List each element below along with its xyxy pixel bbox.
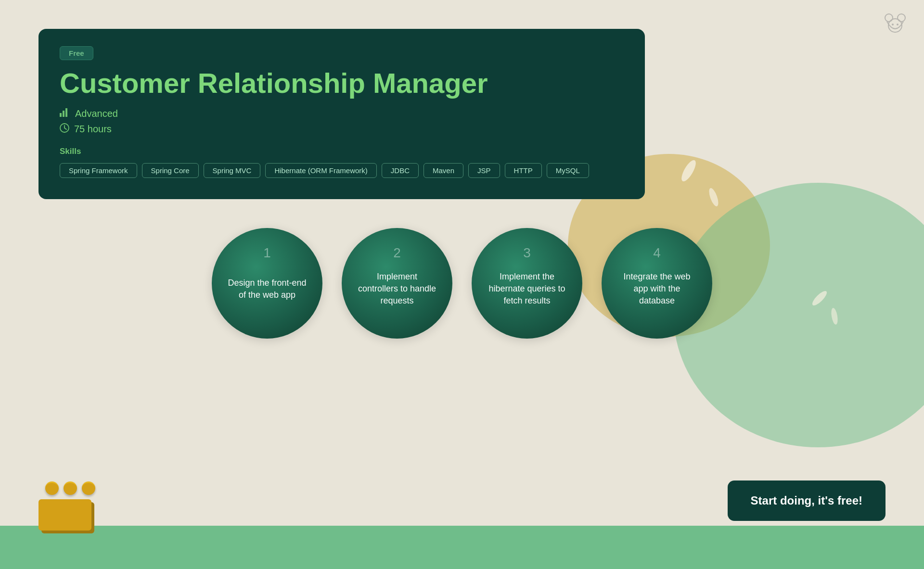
step-circle-2: 2Implement controllers to handle request… [342, 228, 452, 339]
skill-tag: JSP [468, 163, 500, 178]
main-content: Free Customer Relationship Manager Advan… [38, 29, 886, 339]
bear-icon [883, 12, 907, 38]
brick-studs [45, 481, 95, 495]
step-number-3: 3 [523, 245, 531, 261]
skill-tag: Hibernate (ORM Framework) [265, 163, 376, 178]
duration-meta: 75 hours [60, 123, 624, 135]
skills-list: Spring FrameworkSpring CoreSpring MVCHib… [60, 163, 624, 178]
skill-tag: Spring Core [142, 163, 199, 178]
step-circle-4: 4Integrate the web app with the database [602, 228, 712, 339]
svg-rect-5 [60, 113, 62, 117]
bar-chart-icon [60, 108, 70, 119]
stud-2 [64, 481, 77, 495]
svg-point-2 [888, 19, 902, 32]
course-title: Customer Relationship Manager [60, 68, 624, 99]
free-badge: Free [60, 46, 93, 60]
skill-tag: Spring MVC [204, 163, 261, 178]
step-circle-3: 3Implement the hibernate queries to fetc… [472, 228, 582, 339]
step-text-4: Integrate the web app with the database [616, 271, 698, 307]
course-card: Free Customer Relationship Manager Advan… [38, 29, 645, 199]
skills-label: Skills [60, 147, 624, 156]
svg-line-10 [64, 128, 66, 129]
svg-point-0 [885, 14, 893, 22]
stud-1 [45, 481, 59, 495]
skill-tag: HTTP [505, 163, 542, 178]
step-text-3: Implement the hibernate queries to fetch… [486, 271, 568, 307]
bg-shape-green-bottom [0, 526, 924, 569]
skill-tag: Spring Framework [60, 163, 137, 178]
step-number-1: 1 [263, 245, 271, 261]
skill-tag: Maven [424, 163, 463, 178]
step-text-2: Implement controllers to handle requests [356, 271, 438, 307]
svg-point-3 [892, 24, 894, 25]
clock-icon [60, 123, 69, 135]
level-meta: Advanced [60, 108, 624, 119]
level-text: Advanced [75, 108, 118, 119]
lego-brick [38, 487, 96, 531]
skill-tag: JDBC [382, 163, 419, 178]
steps-section: 1Design the front-end of the web app2Imp… [38, 228, 886, 339]
svg-rect-6 [63, 111, 64, 117]
duration-text: 75 hours [74, 124, 112, 135]
course-meta: Advanced 75 hours [60, 108, 624, 135]
step-text-1: Design the front-end of the web app [226, 277, 308, 301]
svg-point-4 [897, 24, 898, 25]
step-circle-1: 1Design the front-end of the web app [212, 228, 322, 339]
brick-body [38, 499, 91, 531]
step-number-4: 4 [653, 245, 661, 261]
skill-tag: MySQL [547, 163, 589, 178]
start-button[interactable]: Start doing, it's free! [728, 480, 886, 521]
page-wrapper: Free Customer Relationship Manager Advan… [0, 0, 924, 569]
step-number-2: 2 [393, 245, 401, 261]
stud-3 [82, 481, 95, 495]
svg-rect-7 [65, 108, 67, 117]
svg-point-1 [898, 14, 905, 22]
